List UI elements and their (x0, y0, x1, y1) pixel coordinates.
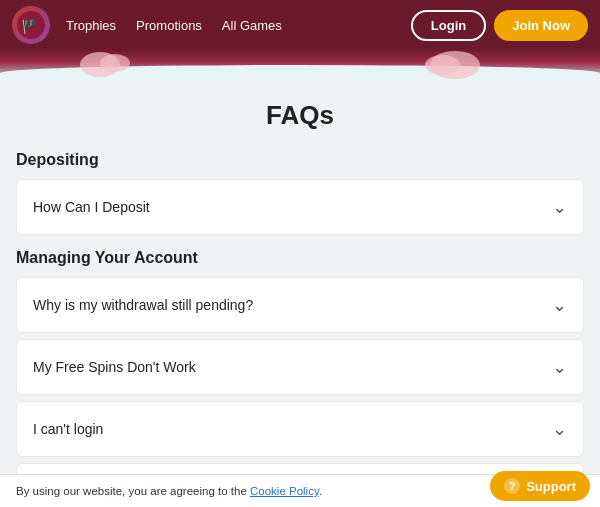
support-icon: ? (504, 478, 520, 494)
faq-question-free-spins: My Free Spins Don't Work (33, 359, 196, 375)
support-label: Support (526, 479, 576, 494)
svg-text:🏴: 🏴 (21, 18, 39, 35)
login-button[interactable]: Login (411, 10, 486, 41)
faq-question-deposit: How Can I Deposit (33, 199, 150, 215)
support-button[interactable]: ? Support (490, 471, 590, 501)
main-nav: Trophies Promotions All Games (66, 18, 411, 33)
header-buttons: Login Join Now (411, 10, 588, 41)
section-depositing-title: Depositing (16, 151, 584, 169)
faq-item-how-can-i-deposit[interactable]: How Can I Deposit ⌄ (16, 179, 584, 235)
faq-question-withdrawal: Why is my withdrawal still pending? (33, 297, 253, 313)
section-managing-account: Managing Your Account Why is my withdraw… (16, 249, 584, 507)
join-button[interactable]: Join Now (494, 10, 588, 41)
section-account-title: Managing Your Account (16, 249, 584, 267)
logo-area[interactable]: 🏴 (12, 6, 50, 44)
cookie-policy-link[interactable]: Cookie Policy (250, 485, 319, 497)
page-title: FAQs (16, 100, 584, 131)
main-content: FAQs Depositing How Can I Deposit ⌄ Mana… (0, 80, 600, 507)
faq-question-cant-login: I can't login (33, 421, 103, 437)
faq-item-free-spins[interactable]: My Free Spins Don't Work ⌄ (16, 339, 584, 395)
nav-item-promotions[interactable]: Promotions (136, 18, 202, 33)
faq-item-withdrawal-pending[interactable]: Why is my withdrawal still pending? ⌄ (16, 277, 584, 333)
chevron-down-icon: ⌄ (552, 418, 567, 440)
chevron-down-icon: ⌄ (552, 196, 567, 218)
nav-item-trophies[interactable]: Trophies (66, 18, 116, 33)
site-header: 🏴 Trophies Promotions All Games Login Jo… (0, 0, 600, 50)
chevron-down-icon: ⌄ (552, 356, 567, 378)
chevron-down-icon: ⌄ (552, 294, 567, 316)
faq-item-cant-login[interactable]: I can't login ⌄ (16, 401, 584, 457)
nav-item-all-games[interactable]: All Games (222, 18, 282, 33)
site-logo: 🏴 (12, 6, 50, 44)
banner-area (0, 50, 600, 80)
cookie-text: By using our website, you are agreeing t… (16, 485, 322, 497)
section-depositing: Depositing How Can I Deposit ⌄ (16, 151, 584, 235)
